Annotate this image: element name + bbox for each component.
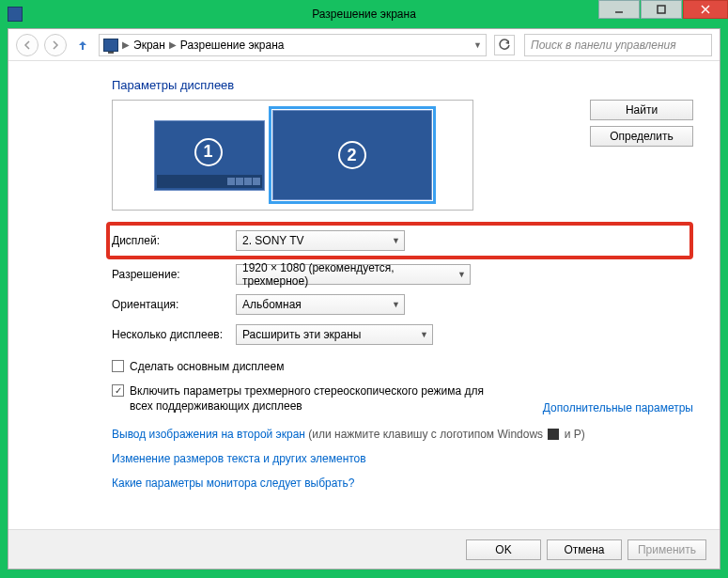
orientation-value: Альбомная	[242, 298, 302, 311]
titlebar[interactable]: Разрешение экрана	[0, 0, 728, 28]
apply-button[interactable]: Применить	[627, 539, 706, 560]
search-placeholder: Поиск в панели управления	[531, 39, 676, 52]
resolution-label: Разрешение:	[112, 268, 236, 281]
windows-logo-icon	[548, 429, 559, 440]
project-link-text: Вывод изображения на второй экран	[112, 428, 305, 441]
search-input[interactable]: Поиск в панели управления	[524, 34, 712, 56]
resolution-value: 1920 × 1080 (рекомендуется, трехмерное)	[242, 261, 457, 288]
chevron-right-icon: ▶	[169, 39, 177, 50]
minimize-button[interactable]	[598, 0, 640, 19]
up-arrow-icon	[76, 39, 89, 52]
up-button[interactable]	[72, 35, 93, 55]
chevron-down-icon[interactable]: ▼	[473, 40, 482, 50]
display-preview[interactable]: 1 2	[112, 100, 473, 211]
footer: OK Отмена Применить	[8, 529, 720, 569]
close-icon	[701, 5, 710, 14]
back-icon	[22, 39, 33, 51]
app-icon	[8, 7, 23, 22]
display-label: Дисплей:	[112, 234, 236, 247]
chevron-right-icon: ▶	[122, 39, 130, 50]
refresh-button[interactable]	[494, 35, 515, 55]
back-button[interactable]	[16, 34, 39, 56]
content-area: Параметры дисплеев 1 2 Найти Определить	[8, 61, 720, 529]
text-size-link[interactable]: Изменение размеров текста и других элеме…	[112, 452, 693, 465]
project-link-tail: и P)	[561, 428, 584, 441]
window-frame: Разрешение экрана	[0, 0, 728, 578]
refresh-icon	[498, 39, 511, 52]
breadcrumb-item-resolution[interactable]: Разрешение экрана	[180, 39, 285, 52]
minimize-icon	[614, 5, 624, 14]
make-primary-label: Сделать основным дисплеем	[130, 359, 284, 374]
breadcrumb-item-screen[interactable]: Экран	[133, 39, 165, 52]
taskbar-icon	[157, 175, 262, 188]
close-button[interactable]	[683, 0, 728, 19]
make-primary-checkbox[interactable]	[112, 360, 124, 372]
toolbar: ▶ Экран ▶ Разрешение экрана ▼ Поиск в па…	[8, 29, 720, 61]
advanced-settings-link[interactable]: Дополнительные параметры	[543, 401, 693, 414]
monitor-1[interactable]: 1	[154, 120, 265, 191]
display-value: 2. SONY TV	[242, 234, 304, 247]
monitor-icon	[103, 39, 118, 52]
inner-window: ▶ Экран ▶ Разрешение экрана ▼ Поиск в па…	[8, 28, 720, 570]
maximize-button[interactable]	[641, 0, 682, 19]
find-button[interactable]: Найти	[590, 100, 693, 120]
chevron-down-icon: ▼	[420, 330, 428, 339]
multi-value: Расширить эти экраны	[242, 328, 361, 341]
multi-label: Несколько дисплеев:	[112, 328, 236, 341]
forward-button[interactable]	[44, 34, 67, 56]
svg-rect-1	[658, 6, 665, 13]
orientation-label: Ориентация:	[112, 298, 236, 311]
chevron-down-icon: ▼	[392, 236, 400, 245]
chevron-down-icon: ▼	[457, 270, 466, 279]
multi-display-dropdown[interactable]: Расширить эти экраны ▼	[236, 324, 433, 345]
display-row-highlight: Дисплей: 2. SONY TV ▼	[106, 222, 693, 259]
stereo-checkbox[interactable]: ✓	[112, 384, 124, 397]
project-link[interactable]: Вывод изображения на второй экран (или н…	[112, 428, 693, 441]
maximize-icon	[657, 5, 666, 14]
breadcrumb[interactable]: ▶ Экран ▶ Разрешение экрана ▼	[99, 34, 487, 56]
resolution-dropdown[interactable]: 1920 × 1080 (рекомендуется, трехмерное) …	[236, 264, 471, 285]
chevron-down-icon: ▼	[392, 300, 400, 309]
identify-button[interactable]: Определить	[590, 126, 693, 147]
forward-icon	[50, 39, 61, 51]
monitor-1-label: 1	[194, 138, 223, 166]
section-title: Параметры дисплеев	[112, 78, 693, 92]
cancel-button[interactable]: Отмена	[547, 539, 622, 560]
which-settings-link[interactable]: Какие параметры монитора следует выбрать…	[112, 476, 693, 490]
project-link-suffix: (или нажмите клавишу с логотипом Windows	[305, 428, 546, 441]
monitor-2-label: 2	[338, 141, 366, 169]
display-dropdown[interactable]: 2. SONY TV ▼	[236, 230, 405, 251]
stereo-label: Включить параметры трехмерного стереоско…	[130, 383, 487, 414]
monitor-2[interactable]: 2	[272, 110, 432, 200]
orientation-dropdown[interactable]: Альбомная ▼	[236, 294, 405, 315]
ok-button[interactable]: OK	[466, 539, 541, 560]
